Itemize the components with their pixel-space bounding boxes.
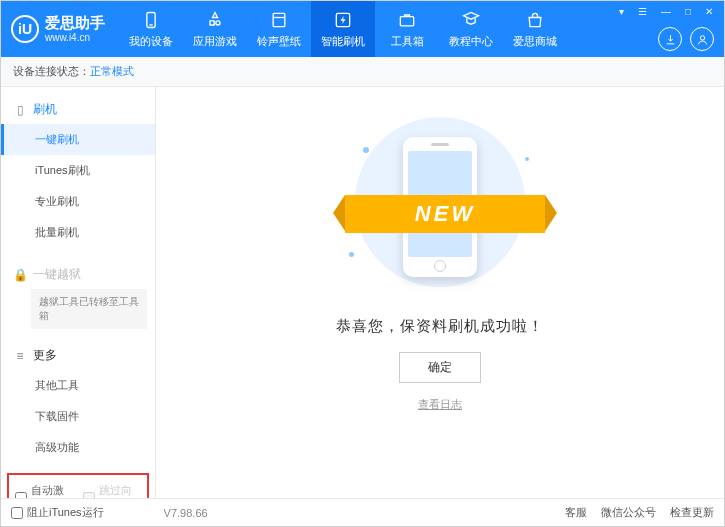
status-bar: 设备连接状态： 正常模式 xyxy=(1,57,724,87)
block-itunes-checkbox[interactable]: 阻止iTunes运行 xyxy=(11,505,104,520)
phone-icon: ▯ xyxy=(13,103,27,117)
footer-link-support[interactable]: 客服 xyxy=(565,505,587,520)
status-label: 设备连接状态： xyxy=(13,64,90,79)
success-illustration: NEW xyxy=(345,117,535,297)
sidebar-section-label: 刷机 xyxy=(33,101,57,118)
sidebar-item-more-2[interactable]: 高级功能 xyxy=(1,432,155,463)
sidebar-item-flash-1[interactable]: iTunes刷机 xyxy=(1,155,155,186)
sidebar-item-more-1[interactable]: 下载固件 xyxy=(1,401,155,432)
sidebar-item-more-0[interactable]: 其他工具 xyxy=(1,370,155,401)
menu-icon[interactable]: ☰ xyxy=(635,5,650,18)
logo: iU 爱思助手 www.i4.cn xyxy=(1,15,119,43)
auto-activate-checkbox[interactable]: 自动激活 xyxy=(15,483,73,498)
ok-button[interactable]: 确定 xyxy=(399,352,481,383)
lock-icon: 🔒 xyxy=(13,268,27,282)
close-button[interactable]: ✕ xyxy=(702,5,716,18)
tools-icon xyxy=(396,9,418,31)
sidebar-item-flash-3[interactable]: 批量刷机 xyxy=(1,217,155,248)
new-ribbon: NEW xyxy=(345,195,545,233)
nav-device[interactable]: 我的设备 xyxy=(119,1,183,57)
footer: 阻止iTunes运行 V7.98.66 客服 微信公众号 检查更新 xyxy=(1,498,724,526)
apps-icon xyxy=(204,9,226,31)
nav-store[interactable]: 爱思商城 xyxy=(503,1,567,57)
skip-guide-checkbox[interactable]: 跳过向导 xyxy=(83,483,141,498)
device-icon xyxy=(140,9,162,31)
nav-flash[interactable]: 智能刷机 xyxy=(311,1,375,57)
footer-link-update[interactable]: 检查更新 xyxy=(670,505,714,520)
nav-tools[interactable]: 工具箱 xyxy=(375,1,439,57)
success-message: 恭喜您，保资料刷机成功啦！ xyxy=(336,317,544,336)
sidebar-section-more[interactable]: ≡ 更多 xyxy=(1,341,155,370)
version-label: V7.98.66 xyxy=(164,507,208,519)
dropdown-icon[interactable]: ▾ xyxy=(616,5,627,18)
main-nav: 我的设备应用游戏铃声壁纸智能刷机工具箱教程中心爱思商城 xyxy=(119,1,567,57)
app-header: iU 爱思助手 www.i4.cn 我的设备应用游戏铃声壁纸智能刷机工具箱教程中… xyxy=(1,1,724,57)
download-button[interactable] xyxy=(658,27,682,51)
sidebar-section-flash[interactable]: ▯ 刷机 xyxy=(1,95,155,124)
status-value: 正常模式 xyxy=(90,64,134,79)
svg-point-6 xyxy=(700,35,704,39)
nav-label: 智能刷机 xyxy=(321,34,365,49)
nav-label: 我的设备 xyxy=(129,34,173,49)
nav-label: 爱思商城 xyxy=(513,34,557,49)
svg-rect-2 xyxy=(273,13,285,26)
app-subtitle: www.i4.cn xyxy=(45,32,105,43)
footer-link-wechat[interactable]: 微信公众号 xyxy=(601,505,656,520)
main-content: NEW 恭喜您，保资料刷机成功啦！ 确定 查看日志 xyxy=(156,87,724,498)
jailbreak-note: 越狱工具已转移至工具箱 xyxy=(31,289,147,329)
nav-tutorial[interactable]: 教程中心 xyxy=(439,1,503,57)
nav-label: 应用游戏 xyxy=(193,34,237,49)
store-icon xyxy=(524,9,546,31)
sidebar-item-flash-2[interactable]: 专业刷机 xyxy=(1,186,155,217)
window-controls: ▾ ☰ — □ ✕ xyxy=(616,5,716,18)
flash-icon xyxy=(332,9,354,31)
options-highlighted-box: 自动激活 跳过向导 xyxy=(7,473,149,498)
nav-label: 工具箱 xyxy=(391,34,424,49)
user-button[interactable] xyxy=(690,27,714,51)
svg-rect-5 xyxy=(400,17,413,26)
view-log-link[interactable]: 查看日志 xyxy=(418,397,462,412)
sidebar-section-jailbreak: 🔒 一键越狱 xyxy=(1,260,155,289)
nav-label: 铃声壁纸 xyxy=(257,34,301,49)
nav-ringtone[interactable]: 铃声壁纸 xyxy=(247,1,311,57)
menu-icon: ≡ xyxy=(13,349,27,363)
minimize-button[interactable]: — xyxy=(658,5,674,18)
nav-apps[interactable]: 应用游戏 xyxy=(183,1,247,57)
sidebar: ▯ 刷机 一键刷机iTunes刷机专业刷机批量刷机 🔒 一键越狱 越狱工具已转移… xyxy=(1,87,156,498)
maximize-button[interactable]: □ xyxy=(682,5,694,18)
sidebar-section-label: 一键越狱 xyxy=(33,266,81,283)
tutorial-icon xyxy=(460,9,482,31)
ringtone-icon xyxy=(268,9,290,31)
logo-icon: iU xyxy=(11,15,39,43)
nav-label: 教程中心 xyxy=(449,34,493,49)
sidebar-item-flash-0[interactable]: 一键刷机 xyxy=(1,124,155,155)
app-title: 爱思助手 xyxy=(45,15,105,32)
sidebar-section-label: 更多 xyxy=(33,347,57,364)
